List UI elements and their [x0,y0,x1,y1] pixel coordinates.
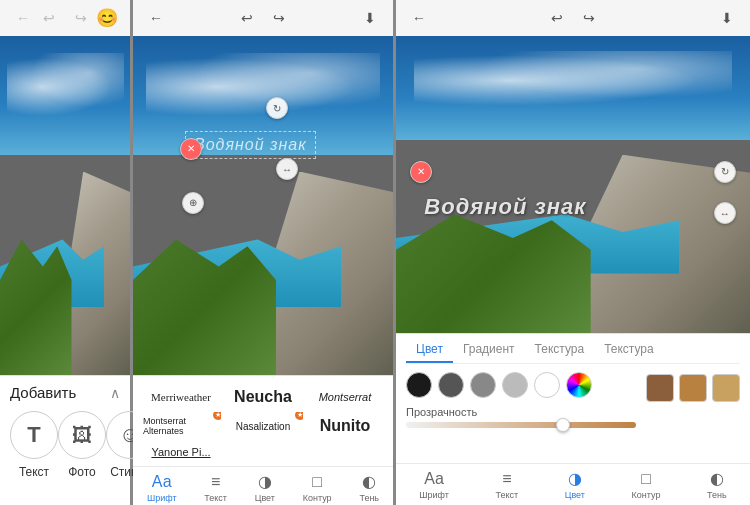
top-bar-right-2: ⬇ [359,7,381,29]
foliage-2 [133,239,276,375]
toolbar-shadow-btn[interactable]: ◐ Тень [353,470,385,505]
transparency-label: Прозрачность [406,406,636,418]
panel-3: ← ↩ ↪ ⬇ Водяной знак ↻ ↔ ✕ Цвет Градиент… [396,0,750,505]
toolbar3-color-btn[interactable]: ◑ Цвет [559,467,591,502]
transparency-slider[interactable] [406,422,636,428]
add-chevron-icon[interactable]: ∧ [110,385,120,401]
font-toolbar-label: Шрифт [147,493,177,503]
panel-2: ← ↩ ↪ ⬇ Водяной знак ↻ ✕ ↔ ⊕ Merriweathe… [133,0,393,505]
redo-icon-1[interactable]: ↪ [70,7,92,29]
top-bar-1: ← ↩ ↪ 😊 [0,0,130,36]
tab-texture2[interactable]: Текстура [594,340,664,363]
swatch-black[interactable] [406,372,432,398]
top-bar-left: ← [12,7,34,29]
font-merriweather[interactable]: Merriweather [141,384,221,410]
font-montserrat-alt[interactable]: Montserrat Alternates ★ [141,412,221,440]
undo-icon-1[interactable]: ↩ [38,7,60,29]
flip-handle[interactable]: ↔ [276,158,298,180]
font-montserrat[interactable]: Montserrat [305,384,385,410]
font-toolbar-icon: Аа [152,473,172,491]
texture-swatches [646,372,740,428]
color-toolbar-icon: ◑ [258,472,272,491]
add-photo-button[interactable]: 🖼 Фото [58,411,106,479]
swatch-medium-gray[interactable] [470,372,496,398]
text-icon: T [10,411,58,459]
toolbar3-shadow-btn[interactable]: ◐ Тень [701,467,733,502]
font-nunito[interactable]: Nunito [305,412,385,440]
custom-color-picker[interactable] [566,372,592,398]
color-toolbar-label: Цвет [255,493,275,503]
swatches-area: Прозрачность [406,372,636,428]
clouds-2 [146,53,380,121]
toolbar3-outline-btn[interactable]: □ Контур [626,468,667,502]
add-header: Добавить ∧ [10,384,120,401]
font-yanone[interactable]: Yanone Pi... [141,442,221,462]
foliage-1 [0,239,72,375]
outline3-label: Контур [632,490,661,500]
color3-icon: ◑ [568,469,582,488]
close-handle-3[interactable]: ✕ [410,161,432,183]
texture-swatch-3[interactable] [712,374,740,402]
font-nasalization[interactable]: Nasalization ★ [223,412,303,440]
undo-icon-3[interactable]: ↩ [546,7,568,29]
shadow3-icon: ◐ [710,469,724,488]
text3-icon: ≡ [502,470,511,488]
swatch-white[interactable] [534,372,560,398]
top-bar-center: ↩ ↪ [38,7,92,29]
toolbar-color-btn[interactable]: ◑ Цвет [249,470,281,505]
image-area-3: Водяной знак ↻ ↔ ✕ [396,36,750,333]
close-handle[interactable]: ✕ [180,138,202,160]
redo-icon-2[interactable]: ↪ [268,7,290,29]
text3-label: Текст [496,490,519,500]
photo-icon: 🖼 [58,411,106,459]
rotate-handle[interactable]: ↻ [266,97,288,119]
color-panel: Цвет Градиент Текстура Текстура Прозрачн… [396,333,750,463]
top-bar-center-3: ↩ ↪ [546,7,600,29]
tab-color[interactable]: Цвет [406,340,453,363]
font-neucha[interactable]: Neucha [223,384,303,410]
text-toolbar-label: Текст [204,493,227,503]
outline-toolbar-icon: □ [312,473,322,491]
top-bar-left-2: ← [145,7,167,29]
back-icon-3[interactable]: ← [408,7,430,29]
font-grid: Merriweather Neucha Montserrat Montserra… [133,376,393,466]
copy-handle[interactable]: ⊕ [182,192,204,214]
swatch-dark-gray[interactable] [438,372,464,398]
slider-thumb[interactable] [556,418,570,432]
flip-handle-3[interactable]: ↔ [714,202,736,224]
toolbar-outline-btn[interactable]: □ Контур [297,471,338,505]
toolbar-font-btn[interactable]: Аа Шрифт [141,471,183,505]
redo-icon-3[interactable]: ↪ [578,7,600,29]
avatar-icon-1[interactable]: 😊 [96,7,118,29]
add-photo-label: Фото [68,465,96,479]
font3-label: Шрифт [419,490,449,500]
toolbar3-text-btn[interactable]: ≡ Текст [490,468,525,502]
texture-swatch-1[interactable] [646,374,674,402]
outline3-icon: □ [641,470,651,488]
top-bar-2: ← ↩ ↪ ⬇ [133,0,393,36]
back-icon-1[interactable]: ← [12,7,34,29]
swatch-light-gray[interactable] [502,372,528,398]
tab-texture[interactable]: Текстура [525,340,595,363]
add-items: T Текст 🖼 Фото ☺ Стикер [10,411,120,479]
badge-2: ★ [295,412,303,420]
panel-1: ← ↩ ↪ 😊 Добавить ∧ T Текст 🖼 Ф [0,0,130,505]
top-bar-left-3: ← [408,7,430,29]
image-area-2: Водяной знак ↻ ✕ ↔ ⊕ [133,36,393,375]
undo-icon-2[interactable]: ↩ [236,7,258,29]
toolbar-text-btn[interactable]: ≡ Текст [198,471,233,505]
add-text-label: Текст [19,465,49,479]
clouds-1 [7,53,124,121]
clouds-3 [414,51,733,110]
toolbar3-font-btn[interactable]: Аа Шрифт [413,468,455,502]
download-icon-2[interactable]: ⬇ [359,7,381,29]
tab-gradient[interactable]: Градиент [453,340,525,363]
add-text-button[interactable]: T Текст [10,411,58,479]
texture-swatch-2[interactable] [679,374,707,402]
top-bar-right-1: 😊 [96,7,118,29]
add-title: Добавить [10,384,76,401]
download-icon-3[interactable]: ⬇ [716,7,738,29]
back-icon-2[interactable]: ← [145,7,167,29]
rotate-handle-3[interactable]: ↻ [714,161,736,183]
color3-label: Цвет [565,490,585,500]
